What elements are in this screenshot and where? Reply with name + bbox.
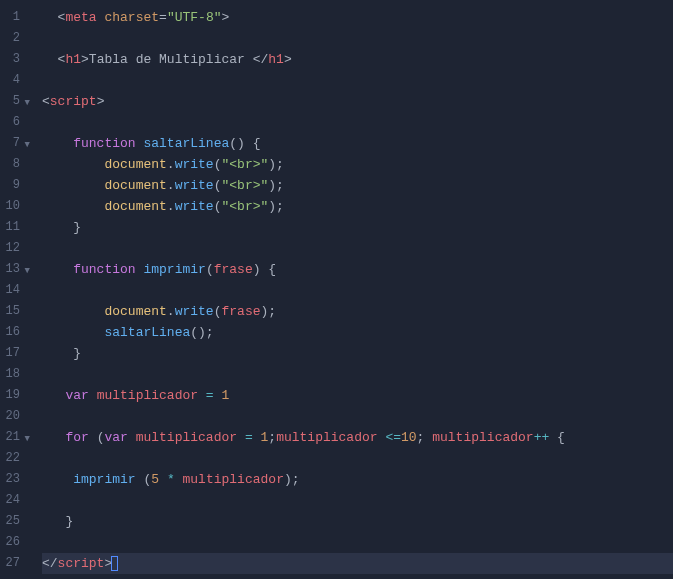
token-tag-br: </	[42, 556, 58, 571]
token-tag-br: >	[221, 10, 229, 25]
token-paren: )	[253, 262, 261, 277]
token-semi: ;	[268, 430, 276, 445]
code-line[interactable]	[42, 70, 673, 91]
token-obj: document	[104, 199, 166, 214]
token-semi: ;	[276, 178, 284, 193]
token-num: 5	[151, 472, 159, 487]
code-line[interactable]: }	[42, 511, 673, 532]
code-line[interactable]	[42, 280, 673, 301]
token-brace: {	[557, 430, 565, 445]
token-txt	[198, 388, 206, 403]
code-line[interactable]: </script>	[42, 553, 673, 574]
token-txt	[42, 10, 58, 25]
code-line[interactable]: function saltarLinea() {	[42, 133, 673, 154]
token-ident: multiplicador	[97, 388, 198, 403]
token-op: ++	[534, 430, 550, 445]
line-number: 17	[4, 343, 20, 364]
token-txt	[42, 199, 104, 214]
token-op-eq: =	[159, 10, 167, 25]
token-ident: frase	[221, 304, 260, 319]
token-tag: h1	[65, 52, 81, 67]
token-paren: )	[284, 472, 292, 487]
token-dot: .	[167, 199, 175, 214]
token-op: =	[245, 430, 253, 445]
token-method: write	[175, 199, 214, 214]
line-number: 4	[4, 70, 20, 91]
token-txt	[42, 136, 73, 151]
line-number: 13▼	[4, 259, 20, 280]
line-number: 24	[4, 490, 20, 511]
fold-icon[interactable]: ▼	[25, 93, 30, 114]
token-txt	[42, 430, 65, 445]
token-method: write	[175, 157, 214, 172]
token-str: "<br>"	[221, 178, 268, 193]
code-line[interactable]: document.write("<br>");	[42, 196, 673, 217]
token-dot: .	[167, 157, 175, 172]
code-line[interactable]: }	[42, 343, 673, 364]
code-line[interactable]: saltarLinea();	[42, 322, 673, 343]
code-area[interactable]: <meta charset="UTF-8"> <h1>Tabla de Mult…	[28, 0, 673, 579]
token-tag: meta	[65, 10, 96, 25]
code-line[interactable]	[42, 28, 673, 49]
code-line[interactable]: <meta charset="UTF-8">	[42, 7, 673, 28]
token-txt	[42, 388, 65, 403]
token-ident: frase	[214, 262, 253, 277]
token-txt	[42, 514, 65, 529]
token-paren: (	[206, 262, 214, 277]
code-line[interactable]	[42, 490, 673, 511]
token-tag-br: >	[284, 52, 292, 67]
line-number: 15	[4, 301, 20, 322]
token-kw: var	[65, 388, 88, 403]
code-line[interactable]: <script>	[42, 91, 673, 112]
fold-icon[interactable]: ▼	[25, 261, 30, 282]
token-txt	[89, 388, 97, 403]
code-line[interactable]: <h1>Tabla de Multiplicar </h1>	[42, 49, 673, 70]
token-kw: var	[104, 430, 127, 445]
token-txt	[89, 430, 97, 445]
token-tag: script	[58, 556, 105, 571]
code-line[interactable]	[42, 532, 673, 553]
token-txt	[245, 136, 253, 151]
token-txt: Tabla de Multiplicar	[89, 52, 253, 67]
token-paren: )	[268, 178, 276, 193]
code-line[interactable]: for (var multiplicador = 1;multiplicador…	[42, 427, 673, 448]
code-line[interactable]: document.write("<br>");	[42, 175, 673, 196]
token-ident: multiplicador	[432, 430, 533, 445]
code-line[interactable]: function imprimir(frase) {	[42, 259, 673, 280]
code-line[interactable]	[42, 406, 673, 427]
line-number: 9	[4, 175, 20, 196]
code-editor[interactable]: 12345▼67▼8910111213▼1415161718192021▼222…	[0, 0, 673, 579]
code-line[interactable]: document.write(frase);	[42, 301, 673, 322]
code-line[interactable]	[42, 364, 673, 385]
token-semi: ;	[276, 157, 284, 172]
token-method: write	[175, 304, 214, 319]
token-op: *	[167, 472, 175, 487]
token-kw: function	[73, 136, 135, 151]
line-number: 2	[4, 28, 20, 49]
token-dot: .	[167, 304, 175, 319]
code-line[interactable]	[42, 238, 673, 259]
line-number: 7▼	[4, 133, 20, 154]
code-line[interactable]: }	[42, 217, 673, 238]
line-number: 12	[4, 238, 20, 259]
code-line[interactable]: var multiplicador = 1	[42, 385, 673, 406]
token-semi: ;	[268, 304, 276, 319]
fold-icon[interactable]: ▼	[25, 429, 30, 450]
line-number-gutter: 12345▼67▼8910111213▼1415161718192021▼222…	[0, 0, 28, 579]
token-obj: document	[104, 178, 166, 193]
code-line[interactable]	[42, 448, 673, 469]
token-txt	[42, 220, 73, 235]
token-fn-name: saltarLinea	[104, 325, 190, 340]
token-txt	[42, 262, 73, 277]
code-line[interactable]: document.write("<br>");	[42, 154, 673, 175]
token-brace: }	[73, 220, 81, 235]
code-line[interactable]: imprimir (5 * multiplicador);	[42, 469, 673, 490]
token-kw: for	[65, 430, 88, 445]
token-txt	[42, 157, 104, 172]
fold-icon[interactable]: ▼	[25, 135, 30, 156]
token-tag: h1	[268, 52, 284, 67]
token-txt	[42, 52, 58, 67]
line-number: 19	[4, 385, 20, 406]
code-line[interactable]	[42, 112, 673, 133]
token-brace: {	[268, 262, 276, 277]
